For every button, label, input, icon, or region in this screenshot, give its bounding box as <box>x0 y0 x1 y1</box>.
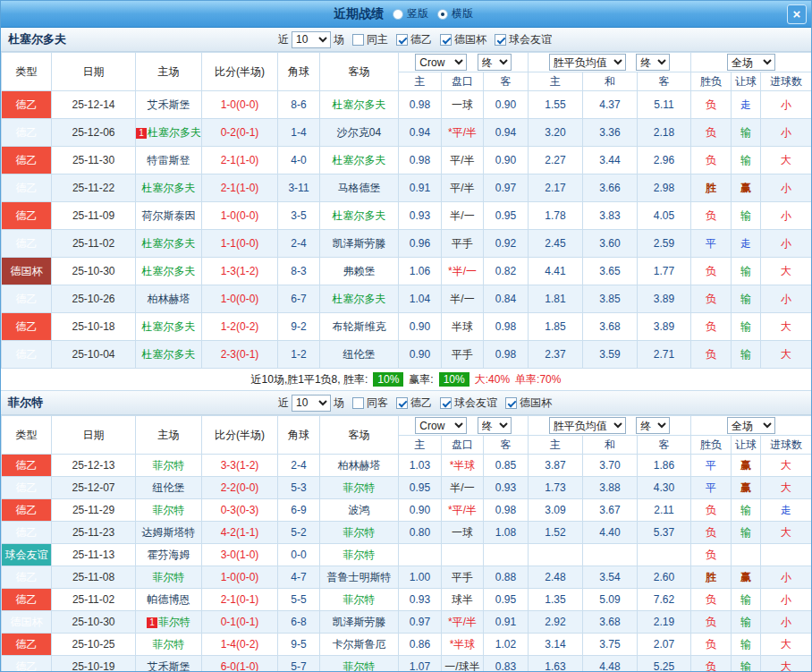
asia-home-odds: 0.93 <box>399 589 442 611</box>
recent-results-window: 近期战绩 竖版 横版 × 杜塞尔多夫 近 10 场 同主德乙德国杯球会友谊 <box>0 0 812 672</box>
checkbox-icon[interactable] <box>352 34 364 46</box>
asia-final-select[interactable]: 终 <box>478 417 512 434</box>
home-team-link[interactable]: 杜塞尔多夫 <box>142 348 196 361</box>
home-team-link[interactable]: 杜塞尔多夫 <box>142 237 196 250</box>
away-team-link[interactable]: 普鲁士明斯特 <box>327 571 392 583</box>
europe-final-select[interactable]: 终 <box>636 417 670 434</box>
scope-select[interactable]: 全场 <box>727 54 775 71</box>
result-wdl: 负 <box>691 634 732 656</box>
home-team-link[interactable]: 特雷斯登 <box>148 154 190 166</box>
result-goals-header: 进球数 <box>761 436 812 455</box>
checkbox-icon[interactable] <box>396 34 408 46</box>
filter-checkbox[interactable]: 球会友谊 <box>440 396 497 411</box>
match-count-select[interactable]: 10 <box>292 395 331 412</box>
home-team-link[interactable]: 艾禾斯堡 <box>148 660 190 672</box>
euro-draw-odds: 3.36 <box>583 119 638 147</box>
odds-company-select[interactable]: Crow <box>415 54 467 71</box>
home-team-link[interactable]: 杜塞尔多夫 <box>142 320 196 333</box>
home-team-link[interactable]: 杜塞尔多夫 <box>148 126 201 139</box>
home-team-link[interactable]: 柏林赫塔 <box>148 293 190 305</box>
away-team-link[interactable]: 卡尔斯鲁厄 <box>333 638 386 651</box>
away-team-link[interactable]: 菲尔特 <box>343 526 376 539</box>
home-team-link[interactable]: 菲尔特 <box>153 571 185 583</box>
result-wdl: 负 <box>691 611 732 634</box>
corner-score: 0-0 <box>278 544 320 566</box>
asia-final-select[interactable]: 终 <box>478 54 512 71</box>
result-wdl: 负 <box>691 589 732 611</box>
europe-final-select[interactable]: 终 <box>636 54 670 71</box>
europe-odds-select[interactable]: 胜平负均值 <box>549 54 626 71</box>
away-team-link[interactable]: 菲尔特 <box>343 593 376 606</box>
home-team-link[interactable]: 霍芬海姆 <box>148 549 190 561</box>
checkbox-icon[interactable] <box>495 34 506 46</box>
home-team-cell: 达姆斯塔特 <box>136 522 202 544</box>
odds-company-select[interactable]: Crow <box>415 417 467 434</box>
checkbox-icon[interactable] <box>505 397 517 409</box>
away-team-link[interactable]: 杜塞尔多夫 <box>333 209 386 222</box>
filter-checkbox[interactable]: 同客 <box>352 396 388 411</box>
asia-handicap: 一球 <box>442 522 484 544</box>
away-team-link[interactable]: 波鸿 <box>349 504 370 516</box>
checkbox-icon[interactable] <box>352 397 364 409</box>
horizontal-layout-label[interactable]: 横版 <box>452 6 473 21</box>
record-summary-bar: 近10场,胜1平1负8, 胜率: 10% 赢率: 10% 大:40% 单率:70… <box>1 369 811 391</box>
away-team-link[interactable]: 杜塞尔多夫 <box>333 293 386 305</box>
close-button[interactable]: × <box>787 4 807 24</box>
europe-odds-select[interactable]: 胜平负均值 <box>549 417 626 434</box>
match-score: 1-4(0-2) <box>202 634 278 656</box>
home-team-link[interactable]: 荷尔斯泰因 <box>142 209 196 222</box>
away-team-cell: 凯泽斯劳滕 <box>320 611 399 634</box>
home-team-link[interactable]: 杜塞尔多夫 <box>142 182 196 194</box>
away-team-link[interactable]: 布轮斯维克 <box>333 320 386 333</box>
filter-checkbox[interactable]: 德国杯 <box>440 32 486 47</box>
home-team-link[interactable]: 达姆斯塔特 <box>142 526 196 539</box>
col-corner-header: 角球 <box>278 416 320 455</box>
checkbox-icon[interactable] <box>440 34 452 46</box>
result-handicap: 输 <box>732 656 761 672</box>
home-team-link[interactable]: 杜塞尔多夫 <box>142 265 196 277</box>
vertical-layout-radio-icon[interactable] <box>393 9 403 20</box>
away-team-link[interactable]: 凯泽斯劳滕 <box>333 237 386 250</box>
scope-select[interactable]: 全场 <box>727 417 775 434</box>
euro-draw-odds: 3.68 <box>583 313 638 341</box>
away-team-link[interactable]: 纽伦堡 <box>343 348 376 361</box>
asia-home-odds: 0.90 <box>399 499 442 522</box>
filter-checkbox[interactable]: 德乙 <box>396 32 432 47</box>
filter-checkbox[interactable]: 同主 <box>352 32 388 47</box>
home-team-link[interactable]: 菲尔特 <box>153 504 185 516</box>
away-team-link[interactable]: 马格德堡 <box>338 182 381 194</box>
away-team-link[interactable]: 杜塞尔多夫 <box>333 154 386 166</box>
match-score: 1-0(0-0) <box>202 285 278 313</box>
away-team-link[interactable]: 柏林赫塔 <box>338 459 381 472</box>
away-team-link[interactable]: 凯泽斯劳滕 <box>333 616 386 628</box>
team-name: 杜塞尔多夫 <box>8 31 66 47</box>
corner-score: 1-4 <box>278 119 320 147</box>
filter-checkbox[interactable]: 德乙 <box>396 396 432 411</box>
home-team-link[interactable]: 帕德博恩 <box>148 593 190 606</box>
filter-checkbox[interactable]: 德国杯 <box>505 396 552 411</box>
filter-checkbox[interactable]: 球会友谊 <box>495 32 552 47</box>
match-count-select[interactable]: 10 <box>292 31 331 48</box>
checkbox-label: 德乙 <box>410 32 432 47</box>
single-rate-text: 单率:70% <box>515 372 561 387</box>
horizontal-layout-radio-icon[interactable] <box>437 9 448 20</box>
checkbox-icon[interactable] <box>396 397 408 409</box>
home-team-link[interactable]: 纽伦堡 <box>153 481 185 494</box>
checkbox-icon[interactable] <box>440 397 452 409</box>
away-team-link[interactable]: 沙尔克04 <box>337 126 381 139</box>
away-team-link[interactable]: 杜塞尔多夫 <box>333 98 386 111</box>
match-type-badge: 德国杯 <box>2 611 52 634</box>
home-team-link[interactable]: 菲尔特 <box>153 459 185 472</box>
euro-away-odds: 1.86 <box>638 455 691 477</box>
home-team-link[interactable]: 菲尔特 <box>158 616 190 628</box>
euro-away-odds: 2.71 <box>638 341 691 369</box>
home-team-link[interactable]: 菲尔特 <box>153 638 185 651</box>
corner-score: 9-5 <box>278 634 320 656</box>
result-wdl: 负 <box>691 119 732 147</box>
away-team-link[interactable]: 菲尔特 <box>343 549 376 561</box>
home-team-link[interactable]: 艾禾斯堡 <box>148 98 190 111</box>
away-team-link[interactable]: 菲尔特 <box>343 481 376 494</box>
away-team-link[interactable]: 弗赖堡 <box>343 265 376 277</box>
vertical-layout-label[interactable]: 竖版 <box>407 6 428 21</box>
away-team-link[interactable]: 菲尔特 <box>343 660 376 672</box>
